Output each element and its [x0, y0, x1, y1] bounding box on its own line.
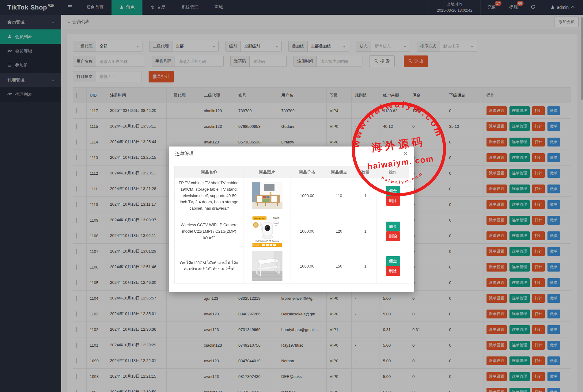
chain-order-modal: 连单管理 ✕ 商品名称商品图片商品价格商品佣金数量操作 FP TV cabine… [169, 147, 414, 292]
product-commission: 150 [324, 249, 354, 283]
product-image-cell: Vstarcam C21 ONVIF 2MP [244, 214, 290, 249]
svg-text:Vstarcam C21: Vstarcam C21 [253, 217, 265, 219]
product-name: Oy โต๊ะ120CM โต๊ะทำงานไม้ โต๊ะคอมพิวเตอร… [175, 249, 244, 283]
tv-cabinet-product-image [252, 182, 282, 209]
modal-title: 连单管理 [175, 151, 194, 157]
product-commission: 120 [324, 214, 354, 249]
product-image-cell [244, 178, 290, 214]
computer-desk-product-image [252, 251, 282, 281]
delete-button[interactable]: 删除 [386, 266, 400, 276]
product-actions: 佣金 删除 [377, 178, 409, 214]
product-column-header: 商品价格 [290, 166, 324, 178]
ip-camera-product-image: Vstarcam C21 ONVIF 2MP [252, 216, 282, 247]
svg-text:ONVIF: ONVIF [273, 217, 279, 219]
modal-body: 商品名称商品图片商品价格商品佣金数量操作 FP TV cabinet TV sh… [169, 161, 414, 292]
product-price: 1000.00 [290, 214, 324, 249]
modal-header: 连单管理 ✕ [169, 147, 414, 161]
product-price: 1000.00 [290, 249, 324, 283]
svg-text:Promotion: Promotion [252, 244, 259, 246]
svg-text:2MP: 2MP [274, 222, 278, 224]
product-commission: 110 [324, 178, 354, 214]
product-table: 商品名称商品图片商品价格商品佣金数量操作 FP TV cabinet TV sh… [174, 166, 409, 284]
product-column-header: 商品名称 [175, 166, 244, 178]
commission-button[interactable]: 佣金 [386, 256, 400, 266]
product-row: FP TV cabinet TV shelf TV cabinet 190CM,… [175, 178, 409, 214]
close-icon[interactable]: ✕ [403, 151, 408, 157]
commission-button[interactable]: 佣金 [386, 222, 400, 231]
product-column-header: 商品图片 [244, 166, 290, 178]
delete-button[interactable]: 删除 [386, 196, 400, 206]
commission-button[interactable]: 佣金 [386, 186, 400, 196]
product-name: FP TV cabinet TV shelf TV cabinet 190CM,… [175, 178, 244, 214]
product-row: Wireless CCTV WIFI IP Camera model C21(1… [175, 214, 409, 249]
product-name: Wireless CCTV WIFI IP Camera model C21(1… [175, 214, 244, 249]
product-column-header: 操作 [377, 166, 409, 178]
product-qty: 1 [354, 178, 377, 214]
product-qty: 1 [354, 249, 377, 283]
product-actions: 佣金 删除 [377, 249, 409, 283]
product-column-header: 数量 [354, 166, 377, 178]
product-price: 1000.00 [290, 178, 324, 214]
product-actions: 佣金 删除 [377, 214, 409, 249]
delete-button[interactable]: 删除 [386, 231, 400, 241]
svg-text:2MP Indoor IP PT Camera: 2MP Indoor IP PT Camera [255, 240, 279, 242]
product-header-row: 商品名称商品图片商品价格商品佣金数量操作 [175, 166, 409, 178]
product-qty: 1 [354, 214, 377, 249]
product-column-header: 商品佣金 [324, 166, 354, 178]
product-image-cell [244, 249, 290, 283]
product-row: Oy โต๊ะ120CM โต๊ะทำงานไม้ โต๊ะคอมพิวเตอร… [175, 249, 409, 283]
